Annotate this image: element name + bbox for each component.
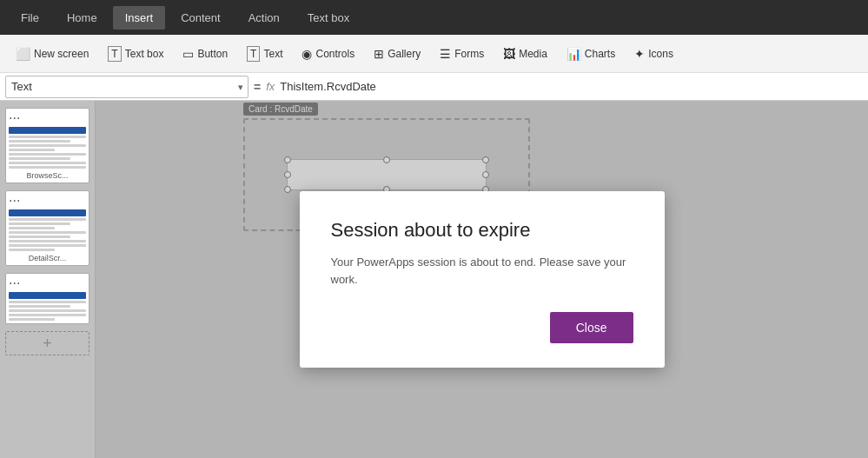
modal-message: Your PowerApps session is about to end. … [331,254,633,288]
ribbon-forms-label: Forms [454,48,484,60]
screen-dots-3: ··· [9,276,86,290]
sidebar-screen-third[interactable]: ··· [5,273,89,324]
formula-selector[interactable]: Text [5,76,248,98]
main-content: ··· BrowseSc... ··· [0,101,868,458]
screen-line [9,153,86,156]
forms-icon: ☰ [440,47,451,61]
screen-line [9,301,86,303]
ribbon-media[interactable]: 🖼 Media [494,43,556,64]
screen-line [9,231,86,234]
session-modal: Session about to expire Your PowerApps s… [300,191,665,368]
screen-detail-label: DetailScr... [9,254,86,262]
modal-overlay: Session about to expire Your PowerApps s… [96,101,868,458]
ribbon-controls-label: Controls [315,48,354,60]
screen-lines-2 [9,218,86,251]
modal-footer: Close [331,312,633,343]
screen-sidebar: ··· BrowseSc... ··· [0,101,96,458]
ribbon-icons[interactable]: ✦ Icons [626,43,682,64]
screen-header-2 [9,209,86,216]
ribbon: ⬜ New screen T Text box ▭ Button T Text … [0,35,868,73]
sidebar-screen-detail[interactable]: ··· DetailScr... [5,190,89,266]
screen-lines-3 [9,301,86,321]
modal-close-button[interactable]: Close [550,312,633,343]
nav-insert[interactable]: Insert [113,6,166,30]
screen-line [9,236,70,238]
screen-line [9,166,86,169]
screen-line [9,309,86,312]
ribbon-new-screen-label: New screen [34,48,89,60]
ribbon-gallery[interactable]: ⊞ Gallery [365,43,429,64]
text-box-icon: T [108,46,121,62]
ribbon-button[interactable]: ▭ Button [174,43,236,64]
gallery-icon: ⊞ [374,47,384,61]
nav-action[interactable]: Action [236,6,292,30]
nav-file[interactable]: File [9,6,51,30]
ribbon-gallery-label: Gallery [388,48,421,60]
charts-icon: 📊 [567,47,581,61]
nav-home[interactable]: Home [55,6,109,30]
screen-dots-1: ··· [9,111,86,125]
controls-icon: ◉ [301,47,312,61]
formula-bar: Text = fx [0,73,868,101]
add-screen-icon: + [43,335,52,353]
ribbon-text[interactable]: T Text [238,43,291,65]
formula-input[interactable] [280,80,863,93]
screen-lines-1 [9,136,86,169]
screen-header-1 [9,127,86,134]
screen-line [9,244,86,247]
ribbon-charts-label: Charts [585,48,615,60]
ribbon-charts[interactable]: 📊 Charts [558,43,624,64]
formula-fx-label: fx [266,80,275,93]
ribbon-button-label: Button [197,48,228,60]
modal-title: Session about to expire [331,219,633,242]
screen-line [9,227,55,229]
screen-line [9,157,70,160]
screen-line [9,136,86,138]
screen-line [9,249,55,251]
ribbon-text-box-label: Text box [125,48,164,60]
ribbon-forms[interactable]: ☰ Forms [431,43,493,64]
canvas-area[interactable]: Card : RcvdDate Session about to expire [96,101,868,458]
add-screen-button[interactable]: + [5,331,89,355]
ribbon-media-label: Media [519,48,547,60]
new-screen-icon: ⬜ [16,47,30,61]
screen-line [9,314,86,316]
screen-line [9,240,86,242]
ribbon-text-label: Text [263,48,282,60]
top-nav-bar: File Home Insert Content Action Text box [0,0,868,35]
nav-textbox[interactable]: Text box [295,6,361,30]
screen-line [9,144,86,147]
ribbon-controls[interactable]: ◉ Controls [293,43,363,64]
formula-equals: = [254,80,261,94]
media-icon: 🖼 [503,47,515,61]
screen-line [9,318,55,321]
screen-line [9,162,86,164]
nav-content[interactable]: Content [169,6,233,30]
screen-line [9,218,86,221]
sidebar-screen-browse[interactable]: ··· BrowseSc... [5,108,89,183]
ribbon-icons-label: Icons [648,48,673,60]
screen-line [9,140,70,143]
formula-selector-wrap: Text [5,76,248,98]
screen-dots-2: ··· [9,194,86,208]
screen-line [9,305,70,308]
ribbon-text-box[interactable]: T Text box [99,43,172,65]
screen-browse-label: BrowseSc... [9,171,86,180]
ribbon-new-screen[interactable]: ⬜ New screen [7,43,97,64]
screen-line [9,222,70,225]
icons-icon: ✦ [634,47,645,61]
screen-header-3 [9,292,86,299]
text-icon: T [247,46,260,62]
screen-line [9,149,55,151]
button-icon: ▭ [182,47,194,61]
